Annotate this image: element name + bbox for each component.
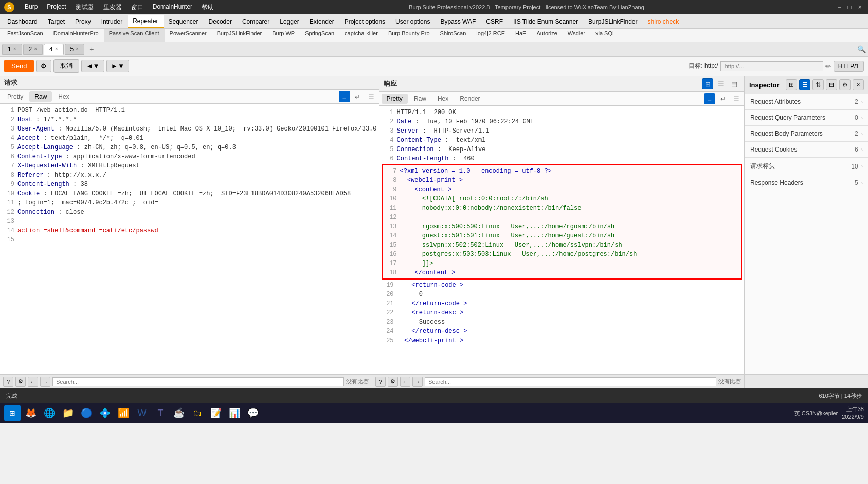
resp-view-icon-2[interactable]: ☰ <box>715 78 727 89</box>
nav-burp-js-link[interactable]: BurpJSLinkFinder <box>583 16 642 27</box>
next-button[interactable]: ►▼ <box>106 60 129 72</box>
nav-user-options[interactable]: User options <box>390 16 435 27</box>
inspector-grid-icon[interactable]: ⊞ <box>786 79 797 90</box>
inspector-settings-icon[interactable]: ⚙ <box>839 79 851 90</box>
taskbar-wifi-icon[interactable]: 📶 <box>115 405 132 421</box>
search-input-left[interactable] <box>52 377 344 386</box>
response-tab-hex[interactable]: Hex <box>432 94 454 104</box>
start-button[interactable]: ⊞ <box>4 405 21 421</box>
nav-proxy[interactable]: Proxy <box>70 16 96 27</box>
request-tab-hex[interactable]: Hex <box>53 91 74 102</box>
subnav-log4j2[interactable]: log4j2 RCE <box>471 29 510 42</box>
response-tab-render[interactable]: Render <box>455 94 485 104</box>
request-tab-pretty[interactable]: Pretty <box>2 91 28 102</box>
maximize-btn[interactable]: □ <box>845 3 854 11</box>
response-content[interactable]: 1HTTP/1.1 200 OK 2Date : Tue, 10 Feb 197… <box>379 106 744 374</box>
nav-target[interactable]: Target <box>43 16 70 27</box>
request-word-wrap-icon[interactable]: ≡ <box>339 91 350 102</box>
subnav-springscan[interactable]: SpringScan <box>300 29 339 42</box>
request-content[interactable]: 1POST /web_action.do HTTP/1.1 2Host : 17… <box>0 104 379 374</box>
response-more-icon[interactable]: ☰ <box>731 93 742 104</box>
subnav-shiro-scan[interactable]: ShiroScan <box>435 29 472 42</box>
edit-target-button[interactable]: ✏ <box>825 62 831 70</box>
subnav-hae[interactable]: HaE <box>510 29 531 42</box>
inspector-row-body-params[interactable]: Request Body Parameters 2 › <box>745 126 868 142</box>
taskbar-teams-icon[interactable]: T <box>152 405 169 421</box>
tab-4-close[interactable]: × <box>55 46 58 52</box>
taskbar-edge-icon[interactable]: 🌐 <box>41 405 58 421</box>
subnav-passive-scan[interactable]: Passive Scan Client <box>104 29 165 42</box>
cancel-button[interactable]: 取消 <box>53 59 79 73</box>
inspector-sort-icon[interactable]: ⇅ <box>812 79 824 90</box>
tab-5-close[interactable]: × <box>76 46 79 52</box>
menu-burp[interactable]: Burp <box>21 2 42 13</box>
subnav-bounty-pro[interactable]: Burp Bounty Pro <box>383 29 435 42</box>
resp-view-icon-3[interactable]: ▤ <box>729 78 740 89</box>
taskbar-java-icon[interactable]: ☕ <box>171 405 187 421</box>
subnav-captcha-killer[interactable]: captcha-killer <box>339 29 383 42</box>
subnav-burpjs[interactable]: BurpJSLinkFinder <box>212 29 267 42</box>
menu-domain[interactable]: DomainHunter <box>149 2 196 13</box>
tab-5[interactable]: 5 × <box>65 44 85 55</box>
subnav-domainhunter[interactable]: DomainHunterPro <box>48 29 104 42</box>
nav-bypass-waf[interactable]: Bypass WAF <box>435 16 481 27</box>
search-icon[interactable]: 🔍 <box>857 45 866 53</box>
menu-window[interactable]: 窗口 <box>127 2 148 13</box>
taskbar-files-icon[interactable]: 📁 <box>60 405 76 421</box>
minimize-btn[interactable]: − <box>835 3 843 11</box>
subnav-autorize[interactable]: Autorize <box>531 29 562 42</box>
inspector-row-cookies[interactable]: Request Cookies 6 › <box>745 142 868 158</box>
bottom-help-btn-right[interactable]: ? <box>375 377 386 387</box>
nav-iis-tilde[interactable]: IIS Tilde Enum Scanner <box>508 16 583 27</box>
bottom-help-btn-left[interactable]: ? <box>3 377 13 387</box>
prev-button[interactable]: ◄▼ <box>81 60 104 72</box>
bottom-settings-btn-right[interactable]: ⚙ <box>388 377 398 387</box>
response-tab-raw[interactable]: Raw <box>409 94 431 104</box>
subnav-fastjson[interactable]: FastJsonScan <box>2 29 48 42</box>
tab-4[interactable]: 4 × <box>44 44 64 55</box>
inspector-row-request-headers[interactable]: 请求标头 10 › <box>745 158 868 175</box>
subnav-powerscanner[interactable]: PowerScanner <box>165 29 212 42</box>
request-ln-icon[interactable]: ↵ <box>352 91 364 102</box>
nav-extender[interactable]: Extender <box>304 16 339 27</box>
inspector-close-icon[interactable]: × <box>853 79 864 90</box>
nav-repeater[interactable]: Repeater <box>128 15 163 28</box>
subnav-wsdler[interactable]: Wsdler <box>563 29 590 42</box>
nav-shiro-check[interactable]: shiro check <box>642 16 684 27</box>
response-tab-pretty[interactable]: Pretty <box>382 94 408 104</box>
nav-comparer[interactable]: Comparer <box>237 16 275 27</box>
resp-view-icon-1[interactable]: ⊞ <box>702 78 713 89</box>
inspector-row-response-headers[interactable]: Response Headers 5 › <box>745 175 868 191</box>
nav-logger[interactable]: Logger <box>275 16 304 27</box>
request-tab-raw[interactable]: Raw <box>29 91 52 102</box>
tab-2-close[interactable]: × <box>34 46 37 52</box>
send-button[interactable]: Send <box>4 60 34 72</box>
inspector-list-icon[interactable]: ☰ <box>799 79 810 90</box>
menu-dev[interactable]: 里发器 <box>99 2 126 13</box>
subnav-burp-wp[interactable]: Burp WP <box>267 29 300 42</box>
nav-csrf[interactable]: CSRF <box>481 16 508 27</box>
tab-add[interactable]: + <box>85 44 98 55</box>
inspector-row-request-attrs[interactable]: Request Attributes 2 › <box>745 94 868 110</box>
bottom-prev-btn-right[interactable]: ← <box>400 377 410 387</box>
nav-project-options[interactable]: Project options <box>339 16 390 27</box>
inspector-split-icon[interactable]: ⊟ <box>826 79 837 90</box>
settings-button[interactable]: ⚙ <box>36 60 51 72</box>
tab-2[interactable]: 2 × <box>23 44 43 55</box>
taskbar-folder-icon[interactable]: 🗂 <box>189 405 206 421</box>
nav-decoder[interactable]: Decoder <box>204 16 237 27</box>
nav-intruder[interactable]: Intruder <box>96 16 128 27</box>
taskbar-excel-icon[interactable]: 📊 <box>226 405 243 421</box>
taskbar-chrome-icon[interactable]: 🔵 <box>78 405 95 421</box>
nav-dashboard[interactable]: Dashboard <box>2 16 43 27</box>
taskbar-notes-icon[interactable]: 📝 <box>208 405 224 421</box>
target-input[interactable] <box>720 61 823 71</box>
bottom-next-btn-right[interactable]: → <box>412 377 423 387</box>
bottom-next-btn-left[interactable]: → <box>40 377 50 387</box>
taskbar-wechat-icon[interactable]: 💬 <box>245 405 261 421</box>
taskbar-vscode-icon[interactable]: 💠 <box>97 405 113 421</box>
taskbar-word-icon[interactable]: W <box>134 405 150 421</box>
menu-test[interactable]: 测试器 <box>71 2 98 13</box>
response-word-wrap-icon[interactable]: ≡ <box>704 93 715 104</box>
response-ln-icon[interactable]: ↵ <box>717 93 729 104</box>
